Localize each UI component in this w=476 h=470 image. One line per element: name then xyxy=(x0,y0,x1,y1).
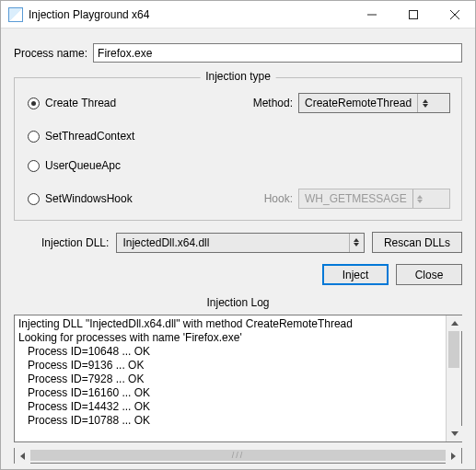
radio-label: SetWindowsHook xyxy=(45,192,133,205)
scroll-track[interactable]: /// xyxy=(30,448,446,463)
radio-label: SetThreadContext xyxy=(45,130,134,143)
radio-create-thread[interactable]: Create Thread Method: CreateRemoteThread xyxy=(28,93,450,113)
maximize-button[interactable] xyxy=(392,1,434,28)
process-name-label: Process name: xyxy=(14,47,87,60)
scroll-left-icon[interactable] xyxy=(15,448,30,464)
injection-log-header: Injection Log xyxy=(14,296,462,309)
radio-icon xyxy=(28,160,40,172)
injection-log-text[interactable]: Injecting DLL "InjectedDll.x64.dll" with… xyxy=(15,315,446,441)
injection-type-legend: Injection type xyxy=(200,70,276,83)
app-icon xyxy=(8,7,23,22)
process-name-input[interactable] xyxy=(93,43,462,63)
hook-combo: WH_GETMESSAGE xyxy=(298,189,450,209)
method-row: Method: CreateRemoteThread xyxy=(253,93,450,113)
scroll-thumb[interactable]: /// xyxy=(30,450,446,461)
scroll-right-icon[interactable] xyxy=(446,448,461,464)
method-label: Method: xyxy=(253,97,293,109)
hook-row: Hook: WH_GETMESSAGE xyxy=(264,189,450,209)
titlebar: Injection Playground x64 xyxy=(1,1,475,29)
injection-dll-text: InjectedDll.x64.dll xyxy=(117,236,215,249)
radio-label: Create Thread xyxy=(45,97,116,109)
client-area: Process name: Injection type Create Thre… xyxy=(1,29,475,469)
horizontal-scrollbar[interactable]: /// xyxy=(14,448,462,464)
radio-label: UserQueueApc xyxy=(45,159,121,172)
window-title: Injection Playground x64 xyxy=(29,8,149,21)
radio-user-queue-apc[interactable]: UserQueueApc xyxy=(28,159,450,172)
hook-combo-text: WH_GETMESSAGE xyxy=(299,192,412,205)
action-buttons: Inject Close xyxy=(14,264,462,285)
radio-icon xyxy=(28,193,40,205)
process-name-row: Process name: xyxy=(14,43,462,63)
spinner-icon xyxy=(349,234,364,252)
injection-dll-label: Injection DLL: xyxy=(41,236,109,249)
spinner-icon xyxy=(417,94,432,112)
method-combo-text: CreateRemoteThread xyxy=(299,97,417,109)
scroll-up-icon[interactable] xyxy=(447,315,462,331)
inject-button[interactable]: Inject xyxy=(322,264,389,285)
injection-type-group: Injection type Create Thread Method: Cre… xyxy=(14,77,462,221)
radio-set-thread-context[interactable]: SetThreadContext xyxy=(28,130,450,143)
hook-label: Hook: xyxy=(264,192,293,205)
spinner-icon xyxy=(412,189,427,208)
injection-dll-combo[interactable]: InjectedDll.x64.dll xyxy=(116,233,365,253)
injection-log-box: Injecting DLL "InjectedDll.x64.dll" with… xyxy=(14,315,462,442)
scroll-thumb[interactable] xyxy=(448,331,459,368)
rescan-dlls-button[interactable]: Rescan DLLs xyxy=(372,232,462,253)
scroll-track[interactable] xyxy=(447,331,461,426)
method-combo[interactable]: CreateRemoteThread xyxy=(298,93,450,113)
minimize-button[interactable] xyxy=(351,1,392,28)
vertical-scrollbar[interactable] xyxy=(446,315,461,441)
svg-rect-0 xyxy=(409,10,417,18)
radio-icon xyxy=(28,131,40,143)
radio-icon xyxy=(28,97,40,109)
injection-dll-row: Injection DLL: InjectedDll.x64.dll Resca… xyxy=(14,232,462,253)
app-window: Injection Playground x64 Process name: I… xyxy=(0,0,476,470)
scroll-down-icon[interactable] xyxy=(447,426,462,441)
close-window-button[interactable] xyxy=(434,1,475,28)
close-button[interactable]: Close xyxy=(396,264,462,285)
radio-set-windows-hook[interactable]: SetWindowsHook Hook: WH_GETMESSAGE xyxy=(28,189,450,209)
